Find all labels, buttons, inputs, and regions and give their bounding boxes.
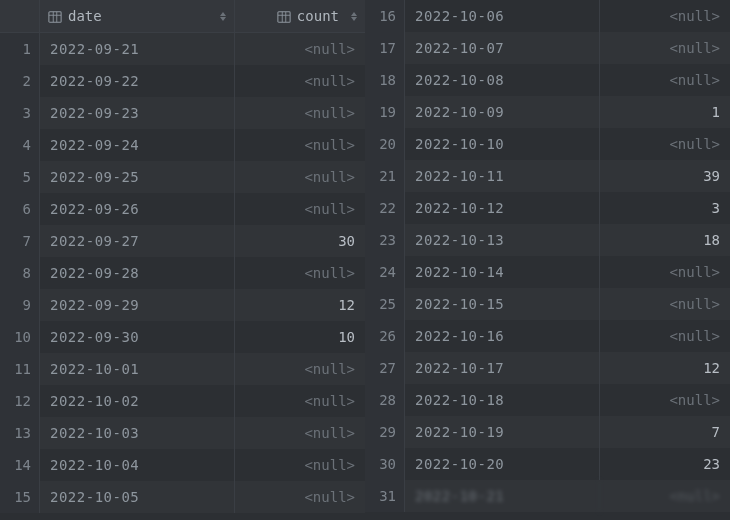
table-row[interactable]: 12022-09-21null <box>0 33 365 65</box>
cell-count[interactable]: null <box>600 256 730 288</box>
cell-count[interactable]: null <box>235 161 365 193</box>
cell-date[interactable]: 2022-09-28 <box>40 257 235 289</box>
table-row[interactable]: 152022-10-05null <box>0 481 365 513</box>
column-header-date[interactable]: date <box>40 0 235 32</box>
cell-count[interactable]: 12 <box>235 289 365 321</box>
cell-date[interactable]: 2022-09-24 <box>40 129 235 161</box>
cell-count[interactable]: null <box>600 32 730 64</box>
table-row[interactable]: 252022-10-15null <box>365 288 730 320</box>
cell-count[interactable]: null <box>235 65 365 97</box>
cell-count[interactable]: null <box>235 193 365 225</box>
cell-date[interactable]: 2022-10-14 <box>405 256 600 288</box>
cell-date[interactable]: 2022-10-18 <box>405 384 600 416</box>
table-row[interactable]: 232022-10-1318 <box>365 224 730 256</box>
cell-count[interactable]: null <box>600 288 730 320</box>
table-row[interactable]: 92022-09-2912 <box>0 289 365 321</box>
cell-date[interactable]: 2022-09-26 <box>40 193 235 225</box>
row-number: 28 <box>365 384 405 416</box>
row-number: 22 <box>365 192 405 224</box>
table-row[interactable]: 132022-10-03null <box>0 417 365 449</box>
cell-count[interactable]: null <box>235 257 365 289</box>
table-row[interactable]: 162022-10-06null <box>365 0 730 32</box>
cell-date[interactable]: 2022-10-01 <box>40 353 235 385</box>
cell-count[interactable]: null <box>600 384 730 416</box>
sort-icon[interactable] <box>351 12 357 21</box>
cell-date[interactable]: 2022-10-10 <box>405 128 600 160</box>
table-row[interactable]: 82022-09-28null <box>0 257 365 289</box>
table-row[interactable]: 72022-09-2730 <box>0 225 365 257</box>
cell-count[interactable]: 1 <box>600 96 730 128</box>
sort-icon[interactable] <box>220 12 226 21</box>
table-row[interactable]: 242022-10-14null <box>365 256 730 288</box>
cell-count[interactable]: null <box>600 480 730 512</box>
cell-count[interactable]: 30 <box>235 225 365 257</box>
table-row[interactable]: 22022-09-22null <box>0 65 365 97</box>
cell-count[interactable]: 12 <box>600 352 730 384</box>
cell-count[interactable]: 23 <box>600 448 730 480</box>
cell-date[interactable]: 2022-10-17 <box>405 352 600 384</box>
cell-date[interactable]: 2022-09-22 <box>40 65 235 97</box>
table-row[interactable]: 312022-10-21null <box>365 480 730 512</box>
table-row[interactable]: 142022-10-04null <box>0 449 365 481</box>
cell-date[interactable]: 2022-10-19 <box>405 416 600 448</box>
table-row[interactable]: 42022-09-24null <box>0 129 365 161</box>
cell-date[interactable]: 2022-10-02 <box>40 385 235 417</box>
cell-date[interactable]: 2022-10-13 <box>405 224 600 256</box>
cell-count[interactable]: null <box>235 129 365 161</box>
cell-date[interactable]: 2022-10-09 <box>405 96 600 128</box>
cell-count[interactable]: null <box>235 97 365 129</box>
cell-count[interactable]: null <box>600 0 730 32</box>
cell-count[interactable]: null <box>235 353 365 385</box>
table-row[interactable]: 172022-10-07null <box>365 32 730 64</box>
cell-date[interactable]: 2022-09-25 <box>40 161 235 193</box>
cell-date[interactable]: 2022-09-29 <box>40 289 235 321</box>
cell-date[interactable]: 2022-10-03 <box>40 417 235 449</box>
cell-date[interactable]: 2022-09-23 <box>40 97 235 129</box>
table-row[interactable]: 182022-10-08null <box>365 64 730 96</box>
cell-date[interactable]: 2022-10-21 <box>405 480 600 512</box>
cell-count[interactable]: null <box>600 128 730 160</box>
cell-date[interactable]: 2022-10-15 <box>405 288 600 320</box>
cell-count[interactable]: 39 <box>600 160 730 192</box>
cell-date[interactable]: 2022-09-30 <box>40 321 235 353</box>
cell-date[interactable]: 2022-10-07 <box>405 32 600 64</box>
row-number: 25 <box>365 288 405 320</box>
table-row[interactable]: 32022-09-23null <box>0 97 365 129</box>
table-row[interactable]: 62022-09-26null <box>0 193 365 225</box>
cell-count[interactable]: null <box>235 33 365 65</box>
table-row[interactable]: 192022-10-091 <box>365 96 730 128</box>
table-row[interactable]: 52022-09-25null <box>0 161 365 193</box>
table-row[interactable]: 292022-10-197 <box>365 416 730 448</box>
table-row[interactable]: 102022-09-3010 <box>0 321 365 353</box>
cell-count[interactable]: 18 <box>600 224 730 256</box>
cell-count[interactable]: null <box>600 320 730 352</box>
column-header-count[interactable]: count <box>235 0 365 32</box>
table-row[interactable]: 222022-10-123 <box>365 192 730 224</box>
cell-count[interactable]: null <box>235 481 365 513</box>
cell-count[interactable]: null <box>600 64 730 96</box>
table-row[interactable]: 122022-10-02null <box>0 385 365 417</box>
cell-count[interactable]: 10 <box>235 321 365 353</box>
cell-date[interactable]: 2022-10-20 <box>405 448 600 480</box>
table-row[interactable]: 112022-10-01null <box>0 353 365 385</box>
cell-date[interactable]: 2022-10-06 <box>405 0 600 32</box>
cell-date[interactable]: 2022-09-21 <box>40 33 235 65</box>
cell-count[interactable]: null <box>235 417 365 449</box>
cell-date[interactable]: 2022-10-04 <box>40 449 235 481</box>
cell-date[interactable]: 2022-10-11 <box>405 160 600 192</box>
table-row[interactable]: 282022-10-18null <box>365 384 730 416</box>
cell-date[interactable]: 2022-10-12 <box>405 192 600 224</box>
cell-count[interactable]: 3 <box>600 192 730 224</box>
table-row[interactable]: 212022-10-1139 <box>365 160 730 192</box>
cell-date[interactable]: 2022-09-27 <box>40 225 235 257</box>
table-row[interactable]: 272022-10-1712 <box>365 352 730 384</box>
cell-date[interactable]: 2022-10-16 <box>405 320 600 352</box>
cell-count[interactable]: null <box>235 449 365 481</box>
cell-count[interactable]: null <box>235 385 365 417</box>
table-row[interactable]: 302022-10-2023 <box>365 448 730 480</box>
cell-date[interactable]: 2022-10-08 <box>405 64 600 96</box>
cell-date[interactable]: 2022-10-05 <box>40 481 235 513</box>
cell-count[interactable]: 7 <box>600 416 730 448</box>
table-row[interactable]: 202022-10-10null <box>365 128 730 160</box>
table-row[interactable]: 262022-10-16null <box>365 320 730 352</box>
